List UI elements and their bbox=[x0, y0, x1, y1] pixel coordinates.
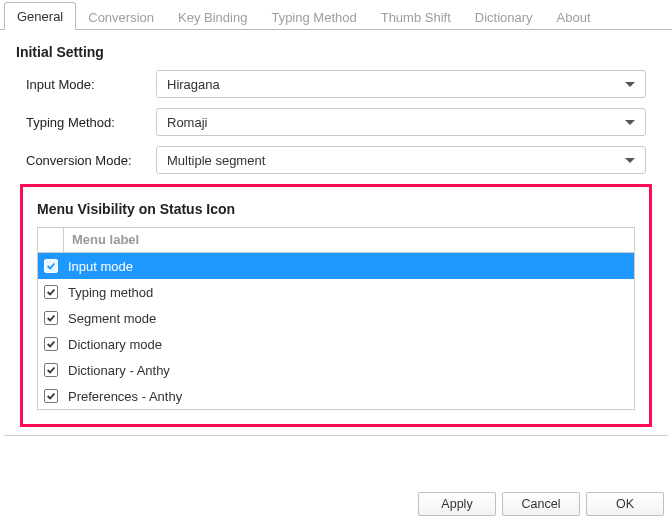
tab-dictionary[interactable]: Dictionary bbox=[463, 4, 545, 30]
select-conversion-mode[interactable]: Multiple segment bbox=[156, 146, 646, 174]
row-conversion-mode: Conversion Mode: Multiple segment bbox=[26, 146, 660, 174]
select-input-mode-value: Hiragana bbox=[167, 77, 220, 92]
table-row[interactable]: Dictionary mode bbox=[38, 331, 634, 357]
table-row[interactable]: Input mode bbox=[38, 253, 634, 279]
table-row[interactable]: Dictionary - Anthy bbox=[38, 357, 634, 383]
chevron-down-icon bbox=[625, 82, 635, 87]
tab-general[interactable]: General bbox=[4, 2, 76, 30]
chevron-down-icon bbox=[625, 158, 635, 163]
settings-window: General Conversion Key Binding Typing Me… bbox=[0, 0, 672, 436]
tabstrip: General Conversion Key Binding Typing Me… bbox=[0, 0, 672, 30]
row-label: Segment mode bbox=[68, 311, 156, 326]
checkbox-icon[interactable] bbox=[44, 363, 58, 377]
label-input-mode: Input Mode: bbox=[26, 77, 156, 92]
panel-general: Initial Setting Input Mode: Hiragana Typ… bbox=[4, 30, 668, 436]
tab-about[interactable]: About bbox=[545, 4, 603, 30]
table-row[interactable]: Preferences - Anthy bbox=[38, 383, 634, 409]
menu-visibility-table: Menu label Input mode Typing method Segm… bbox=[37, 227, 635, 410]
tab-conversion[interactable]: Conversion bbox=[76, 4, 166, 30]
tab-typing-method[interactable]: Typing Method bbox=[259, 4, 368, 30]
tab-key-binding[interactable]: Key Binding bbox=[166, 4, 259, 30]
section-title-initial: Initial Setting bbox=[16, 44, 660, 60]
label-typing-method: Typing Method: bbox=[26, 115, 156, 130]
ok-button[interactable]: OK bbox=[586, 492, 664, 516]
row-label: Input mode bbox=[68, 259, 133, 274]
table-header: Menu label bbox=[38, 228, 634, 253]
tab-thumb-shift[interactable]: Thumb Shift bbox=[369, 4, 463, 30]
select-typing-method[interactable]: Romaji bbox=[156, 108, 646, 136]
checkbox-icon[interactable] bbox=[44, 259, 58, 273]
row-label: Typing method bbox=[68, 285, 153, 300]
checkbox-icon[interactable] bbox=[44, 285, 58, 299]
row-label: Dictionary - Anthy bbox=[68, 363, 170, 378]
table-header-label: Menu label bbox=[64, 228, 634, 252]
row-label: Dictionary mode bbox=[68, 337, 162, 352]
chevron-down-icon bbox=[625, 120, 635, 125]
cancel-button[interactable]: Cancel bbox=[502, 492, 580, 516]
checkbox-icon[interactable] bbox=[44, 389, 58, 403]
checkbox-icon[interactable] bbox=[44, 337, 58, 351]
checkbox-icon[interactable] bbox=[44, 311, 58, 325]
select-typing-method-value: Romaji bbox=[167, 115, 207, 130]
row-typing-method: Typing Method: Romaji bbox=[26, 108, 660, 136]
label-conversion-mode: Conversion Mode: bbox=[26, 153, 156, 168]
table-row[interactable]: Segment mode bbox=[38, 305, 634, 331]
dialog-buttons: Apply Cancel OK bbox=[418, 492, 664, 516]
apply-button[interactable]: Apply bbox=[418, 492, 496, 516]
table-row[interactable]: Typing method bbox=[38, 279, 634, 305]
menu-visibility-section: Menu Visibility on Status Icon Menu labe… bbox=[20, 184, 652, 427]
initial-setting-form: Input Mode: Hiragana Typing Method: Roma… bbox=[12, 70, 660, 174]
row-input-mode: Input Mode: Hiragana bbox=[26, 70, 660, 98]
row-label: Preferences - Anthy bbox=[68, 389, 182, 404]
table-header-check bbox=[38, 228, 64, 252]
section-title-menu-visibility: Menu Visibility on Status Icon bbox=[37, 201, 635, 217]
select-conversion-mode-value: Multiple segment bbox=[167, 153, 265, 168]
select-input-mode[interactable]: Hiragana bbox=[156, 70, 646, 98]
